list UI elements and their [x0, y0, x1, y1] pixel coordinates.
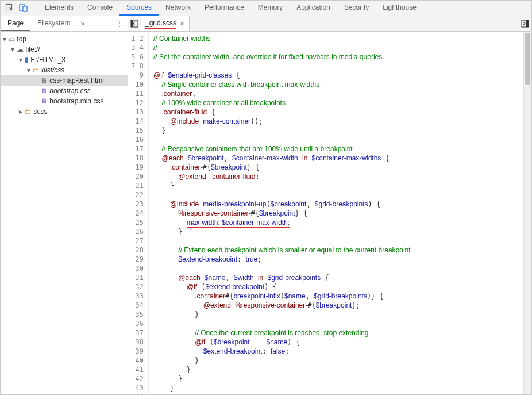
tree-label: dist/css	[41, 66, 64, 74]
frame-icon: ▭	[9, 35, 15, 43]
tree-file-css2[interactable]: 🗎 bootstrap.min.css	[1, 96, 128, 106]
scrollbar-thumb[interactable]	[525, 33, 530, 85]
cloud-icon: ☁	[17, 45, 24, 53]
top-bar: Elements Console Sources Network Perform…	[1, 1, 531, 16]
file-icon: 🗎	[41, 76, 48, 85]
close-icon[interactable]: ×	[180, 19, 184, 28]
code-content[interactable]: // Container widths // // Set the contai…	[149, 32, 523, 394]
navigator-tabs: Page Filesystem » ⋮	[1, 16, 128, 32]
tree-label: bootstrap.min.css	[49, 97, 103, 105]
editor-body: 1 2 3 4 5 6 7 8 9 10 11 12 13 14 15 16 1…	[128, 32, 531, 394]
overflow-icon[interactable]: »	[77, 20, 88, 28]
tree-label: css-map-test.html	[49, 76, 104, 85]
navigator: Page Filesystem » ⋮ ▾▭ top ▾☁ file:// ▾▮…	[1, 16, 128, 394]
tree-dist[interactable]: ▾🗀 dist/css	[1, 65, 128, 75]
workspace: Page Filesystem » ⋮ ▾▭ top ▾☁ file:// ▾▮…	[1, 16, 531, 394]
line-gutter: 1 2 3 4 5 6 7 8 9 10 11 12 13 14 15 16 1…	[128, 32, 149, 394]
tree-top[interactable]: ▾▭ top	[1, 34, 128, 44]
folder-icon: ▮	[25, 56, 29, 64]
tab-sources[interactable]: Sources	[119, 1, 159, 16]
tree-scss[interactable]: ▸🗀 scss	[1, 106, 128, 117]
scrollbar-vertical[interactable]	[523, 32, 531, 394]
svg-rect-2	[23, 6, 27, 11]
editor-header: _grid.scss ×	[128, 16, 531, 32]
code-scroll[interactable]: // Container widths // // Set the contai…	[149, 32, 523, 394]
svg-rect-6	[526, 20, 529, 27]
tree-file-css1[interactable]: 🗎 bootstrap.css	[1, 86, 128, 96]
editor-pane: _grid.scss × 1 2 3 4 5 6 7 8 9 10 11 12 …	[128, 16, 531, 394]
tab-memory[interactable]: Memory	[251, 1, 290, 16]
tree-label: top	[17, 35, 26, 43]
file-icon: 🗎	[41, 97, 48, 105]
file-icon: 🗎	[41, 87, 48, 95]
nav-tab-filesystem[interactable]: Filesystem	[30, 16, 77, 31]
tree-file-html[interactable]: 🗎 css-map-test.html	[1, 75, 128, 86]
file-tab[interactable]: _grid.scss ×	[141, 16, 190, 31]
tab-console[interactable]: Console	[80, 1, 119, 16]
divider	[33, 3, 33, 13]
tab-lighthouse[interactable]: Lighthouse	[376, 1, 423, 16]
top-icons	[1, 1, 38, 16]
file-tree: ▾▭ top ▾☁ file:// ▾▮ E:/HTML_3 ▾🗀 dist/c…	[1, 32, 128, 394]
tree-file-origin[interactable]: ▾☁ file://	[1, 44, 128, 55]
folder-icon: 🗀	[25, 108, 32, 116]
kebab-icon[interactable]: ⋮	[111, 20, 128, 28]
tree-root[interactable]: ▾▮ E:/HTML_3	[1, 55, 128, 65]
devtools-window: Elements Console Sources Network Perform…	[0, 0, 532, 395]
tab-performance[interactable]: Performance	[198, 1, 251, 16]
inspect-icon[interactable]	[3, 1, 17, 16]
toggle-debugger-icon[interactable]	[519, 16, 531, 31]
tree-label: file://	[25, 45, 40, 53]
tab-network[interactable]: Network	[159, 1, 198, 16]
tree-label: scss	[33, 108, 47, 116]
tab-application[interactable]: Application	[290, 1, 337, 16]
file-tab-name: _grid.scss	[145, 19, 176, 29]
nav-tab-page[interactable]: Page	[1, 16, 30, 31]
tree-label: bootstrap.css	[49, 87, 90, 95]
panel-tabs: Elements Console Sources Network Perform…	[38, 1, 423, 16]
toggle-navigator-icon[interactable]	[128, 16, 141, 31]
device-icon[interactable]	[17, 1, 30, 16]
tab-elements[interactable]: Elements	[38, 1, 80, 16]
tab-security[interactable]: Security	[337, 1, 376, 16]
tree-label: E:/HTML_3	[30, 56, 65, 64]
folder-icon: 🗀	[33, 66, 40, 74]
